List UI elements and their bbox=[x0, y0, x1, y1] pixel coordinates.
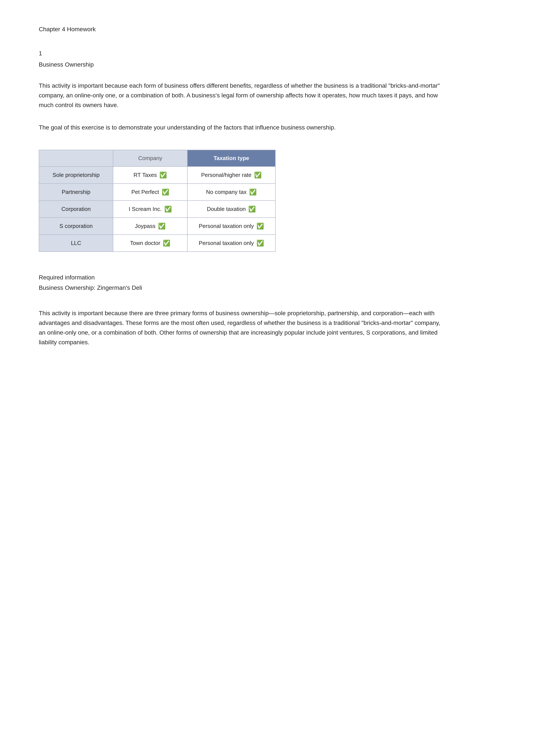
table-row: LLCTown doctor✅Personal taxation only✅ bbox=[39, 235, 275, 252]
check-icon: ✅ bbox=[256, 223, 264, 230]
cell-type: S corporation bbox=[39, 218, 113, 235]
check-icon: ✅ bbox=[249, 189, 257, 196]
check-icon: ✅ bbox=[159, 172, 167, 178]
cell-type: Sole proprietorship bbox=[39, 167, 113, 183]
table-row: Sole proprietorshipRT Taxes✅Personal/hig… bbox=[39, 167, 275, 183]
check-icon: ✅ bbox=[158, 223, 165, 230]
cell-taxation: Personal taxation only✅ bbox=[187, 218, 275, 235]
table-row: S corporationJoypass✅Personal taxation o… bbox=[39, 218, 275, 235]
required-info-label: Required information bbox=[39, 274, 495, 281]
description-2: This activity is important because there… bbox=[39, 309, 448, 347]
cell-company: Joypass✅ bbox=[113, 218, 187, 235]
cell-company: Pet Perfect✅ bbox=[113, 183, 187, 201]
check-icon: ✅ bbox=[248, 205, 256, 213]
cell-type: Partnership bbox=[39, 183, 113, 201]
business-table: Company Taxation type Sole proprietorshi… bbox=[39, 150, 276, 252]
cell-company: RT Taxes✅ bbox=[113, 167, 187, 183]
cell-company: Town doctor✅ bbox=[113, 235, 187, 252]
table-row: PartnershipPet Perfect✅No company tax✅ bbox=[39, 183, 275, 201]
check-icon: ✅ bbox=[256, 240, 264, 247]
cell-taxation: Double taxation✅ bbox=[187, 201, 275, 218]
goal-text: The goal of this exercise is to demonstr… bbox=[39, 123, 448, 132]
cell-taxation: Personal taxation only✅ bbox=[187, 235, 275, 252]
col-type-header bbox=[39, 150, 113, 167]
description-1: This activity is important because each … bbox=[39, 81, 448, 110]
chapter-title: Chapter 4 Homework bbox=[39, 26, 495, 33]
cell-type: LLC bbox=[39, 235, 113, 252]
col-taxation-header: Taxation type bbox=[187, 150, 275, 167]
cell-taxation: Personal/higher rate✅ bbox=[187, 167, 275, 183]
business-ownership-label: Business Ownership: Zingerman's Deli bbox=[39, 284, 495, 291]
business-table-wrapper: Company Taxation type Sole proprietorshi… bbox=[39, 150, 276, 252]
table-row: CorporationI Scream Inc.✅Double taxation… bbox=[39, 201, 275, 218]
check-icon: ✅ bbox=[164, 205, 172, 213]
check-icon: ✅ bbox=[162, 189, 169, 196]
section-title: Business Ownership bbox=[39, 61, 495, 68]
cell-type: Corporation bbox=[39, 201, 113, 218]
cell-company: I Scream Inc.✅ bbox=[113, 201, 187, 218]
cell-taxation: No company tax✅ bbox=[187, 183, 275, 201]
check-icon: ✅ bbox=[254, 172, 262, 178]
check-icon: ✅ bbox=[163, 240, 170, 247]
section-number: 1 bbox=[39, 50, 495, 57]
col-company-header: Company bbox=[113, 150, 187, 167]
